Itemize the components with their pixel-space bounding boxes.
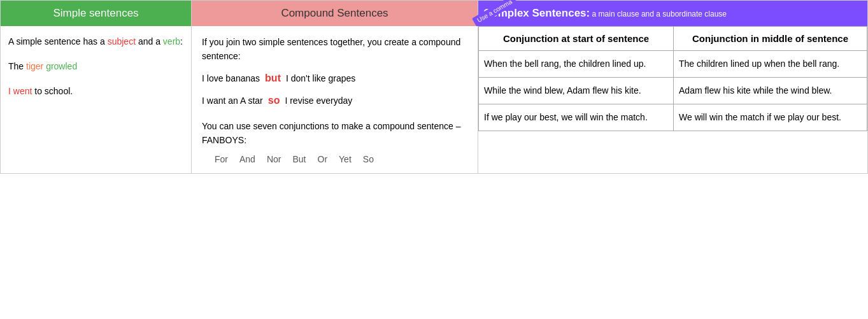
fanboy-so: So — [363, 154, 374, 164]
ex1-tiger: tiger — [26, 61, 43, 71]
row0-col2: The children lined up when the bell rang… — [674, 51, 867, 78]
row1-col1: While the wind blew, Adam flew his kite. — [479, 78, 674, 104]
compound-ex1: I love bananasbutI don't like grapes — [202, 70, 467, 87]
ex2-went: went — [13, 86, 32, 96]
desc-suffix: : — [180, 36, 183, 46]
table-row: If we play our best, we will win the mat… — [479, 104, 867, 131]
compound-sentences-header: Compound Sentences — [192, 1, 478, 26]
row2-col2: We will win the match if we play our bes… — [674, 104, 867, 131]
fanboy-and: And — [239, 154, 255, 164]
ex1-pre: I love bananas — [202, 73, 260, 83]
fanboys-row: For And Nor But Or Yet So — [202, 154, 467, 164]
desc-prefix: A simple sentence has a — [8, 36, 108, 46]
complex-tbody: When the bell rang, the children lined u… — [479, 51, 867, 131]
simple-example1: The tiger growled — [8, 60, 183, 73]
compound-header-text: Compound Sentences — [281, 7, 388, 19]
desc-verb: verb — [163, 36, 180, 46]
fanboy-nor: Nor — [267, 154, 281, 164]
col1-header: Conjunction at start of sentence — [479, 27, 674, 51]
simple-sentences-body: A simple sentence has a subject and a ve… — [1, 26, 191, 118]
compound-fanboys-intro: You can use seven conjunctions to make a… — [202, 119, 467, 148]
table-row: While the wind blew, Adam flew his kite.… — [479, 78, 867, 104]
complex-table: Conjunction at start of sentence Conjunc… — [478, 26, 867, 131]
desc-subject: subject — [108, 36, 136, 46]
ex1-post: I don't like grapes — [286, 73, 355, 83]
compound-ex2: I want an A starsoI revise everyday — [202, 92, 467, 109]
complex-sentences-header: Complex Sentences: a main clause and a s… — [478, 1, 867, 26]
complex-sentences-column: Complex Sentences: a main clause and a s… — [478, 1, 867, 173]
compound-sentences-body: If you join two simple sentences togethe… — [192, 26, 478, 173]
fanboy-for: For — [215, 154, 228, 164]
simple-description: A simple sentence has a subject and a ve… — [8, 35, 183, 48]
row1-col2: Adam flew his kite while the wind blew. — [674, 78, 867, 104]
fanboy-yet: Yet — [339, 154, 352, 164]
simple-sentences-column: Simple sentences A simple sentence has a… — [1, 1, 192, 173]
ex1-conj: but — [265, 73, 281, 83]
ex2-conj: so — [268, 95, 280, 106]
table-row: When the bell rang, the children lined u… — [479, 51, 867, 78]
ex1-suffix: growled — [43, 61, 77, 71]
ex2-prefix: I — [8, 86, 13, 96]
fanboy-or: Or — [318, 154, 328, 164]
fanboy-but: But — [292, 154, 306, 164]
main-container: Simple sentences A simple sentence has a… — [0, 0, 868, 174]
compound-intro: If you join two simple sentences togethe… — [202, 35, 467, 64]
ex2-pre: I want an A star — [202, 96, 263, 106]
simple-header-text: Simple sentences — [53, 7, 138, 19]
row2-col1: If we play our best, we will win the mat… — [479, 104, 674, 131]
complex-header-sub: a main clause and a subordinate clause — [590, 10, 727, 18]
simple-example2: I went to school. — [8, 85, 183, 98]
row0-col1: When the bell rang, the children lined u… — [479, 51, 674, 78]
desc-middle: and a — [136, 36, 163, 46]
ex1-prefix: The — [8, 61, 26, 71]
col2-header: Conjunction in middle of sentence — [674, 27, 867, 51]
ex2-suffix: to school. — [32, 86, 73, 96]
complex-table-wrapper: Use a comma Conjunction at start of sent… — [478, 26, 867, 131]
ex2-post: I revise everyday — [285, 96, 352, 106]
simple-sentences-header: Simple sentences — [1, 1, 191, 26]
compound-sentences-column: Compound Sentences If you join two simpl… — [192, 1, 478, 173]
